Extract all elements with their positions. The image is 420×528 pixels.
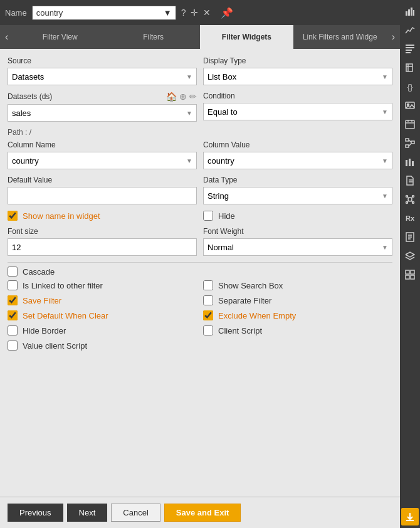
datasets-label: Datasets (ds) <box>8 92 52 101</box>
client-script-checkbox[interactable] <box>203 325 213 335</box>
tab-prev-btn[interactable]: ‹ <box>0 25 13 49</box>
datasets-arrow: ▼ <box>186 110 192 117</box>
default-value-input[interactable] <box>8 187 197 204</box>
svg-rect-0 <box>406 11 407 16</box>
edit-icon[interactable]: ✏ <box>189 92 197 102</box>
sidebar-icon-doc[interactable] <box>401 172 419 189</box>
sidebar-icon-layers[interactable] <box>401 247 419 265</box>
sidebar-icon-0[interactable] <box>401 3 419 20</box>
set-default-checkbox[interactable] <box>8 310 18 320</box>
cascade-row: Cascade <box>8 267 55 277</box>
sidebar-icon-grid[interactable] <box>401 266 419 283</box>
dropdown-arrow: ▼ <box>164 8 172 18</box>
tab-next-btn[interactable]: › <box>387 25 400 49</box>
condition-label: Condition <box>203 92 392 100</box>
show-name-row: Show name in widget <box>8 211 197 221</box>
name-input[interactable]: country ▼ <box>32 6 176 20</box>
is-linked-checkbox[interactable] <box>8 280 18 290</box>
hide-label: Hide <box>218 211 235 221</box>
svg-rect-18 <box>411 141 414 144</box>
separate-filter-label: Separate Filter <box>218 296 271 305</box>
font-size-input[interactable] <box>8 238 197 256</box>
column-name-select[interactable]: country ▼ <box>8 152 197 169</box>
add-icon[interactable]: ⊕ <box>179 92 187 102</box>
tab-link-filters[interactable]: Link Filters and Widge <box>293 25 387 49</box>
data-type-label: Data Type <box>203 176 392 184</box>
help-icon[interactable]: ? <box>181 8 186 18</box>
separate-filter-row: Separate Filter <box>203 295 392 305</box>
sidebar-icon-chart[interactable] <box>401 153 419 171</box>
show-name-checkbox[interactable] <box>8 211 18 221</box>
tab-filter-widgets[interactable]: Filter Widgets <box>200 25 293 49</box>
tab-filters[interactable]: Filters <box>107 25 200 49</box>
sidebar-icon-1[interactable] <box>401 21 419 39</box>
form-area: Source Datasets ▼ Display Type List Box … <box>0 49 400 497</box>
sidebar-icon-curly[interactable]: {} <box>401 78 419 95</box>
svg-rect-13 <box>406 120 414 129</box>
value-client-script-checkbox[interactable] <box>8 341 18 351</box>
svg-rect-23 <box>409 159 411 166</box>
default-value-label: Default Value <box>8 176 197 184</box>
source-label: Source <box>8 56 197 65</box>
home-icon[interactable]: 🏠 <box>166 92 177 102</box>
exclude-empty-label: Exclude When Empty <box>218 311 296 320</box>
sidebar-icon-2[interactable] <box>401 40 419 58</box>
datasets-select[interactable]: sales ▼ <box>8 104 197 122</box>
cancel-button[interactable]: Cancel <box>111 504 160 522</box>
hide-border-checkbox[interactable] <box>8 325 18 335</box>
exclude-empty-checkbox[interactable] <box>203 310 213 320</box>
client-script-label: Client Script <box>218 326 262 335</box>
font-weight-select[interactable]: Normal ▼ <box>203 238 392 256</box>
client-script-row: Client Script <box>203 325 392 335</box>
condition-arrow: ▼ <box>382 108 388 115</box>
value-client-script-row: Value client Script <box>8 341 197 351</box>
display-type-select[interactable]: List Box ▼ <box>203 68 392 85</box>
sidebar-icon-flow[interactable] <box>401 134 419 152</box>
tab-bar: ‹ Filter View Filters Filter Widgets Lin… <box>0 25 400 49</box>
svg-rect-2 <box>411 8 412 16</box>
sidebar-icon-3[interactable] <box>401 59 419 77</box>
condition-select[interactable]: Equal to ▼ <box>203 103 392 120</box>
save-filter-checkbox[interactable] <box>8 295 18 305</box>
font-weight-arrow: ▼ <box>382 244 388 251</box>
move-icon[interactable]: ✛ <box>191 8 198 18</box>
svg-rect-6 <box>406 50 412 51</box>
sidebar-icon-network[interactable] <box>401 191 419 208</box>
column-name-arrow: ▼ <box>186 157 192 164</box>
save-exit-button[interactable]: Save and Exit <box>164 504 241 522</box>
separate-filter-checkbox[interactable] <box>203 295 213 305</box>
data-type-select[interactable]: String ▼ <box>203 187 392 204</box>
show-search-checkbox[interactable] <box>203 280 213 290</box>
sidebar-icon-rx[interactable]: Rx <box>401 209 419 227</box>
show-name-label: Show name in widget <box>23 211 100 221</box>
display-type-label: Display Type <box>203 56 392 65</box>
svg-rect-17 <box>406 139 409 141</box>
tab-filter-view[interactable]: Filter View <box>13 25 107 49</box>
hide-border-row: Hide Border <box>8 325 197 335</box>
svg-rect-1 <box>408 9 410 16</box>
column-value-arrow: ▼ <box>382 157 388 164</box>
close-icon[interactable]: ✕ <box>203 8 211 18</box>
show-search-label: Show Search Box <box>218 281 283 290</box>
svg-rect-40 <box>406 270 409 274</box>
hide-checkbox[interactable] <box>203 211 213 221</box>
sidebar-icon-report[interactable] <box>401 228 419 246</box>
sidebar-icon-download[interactable] <box>401 508 419 525</box>
hide-row: Hide <box>203 211 392 221</box>
pin-icon[interactable]: 📌 <box>221 7 233 19</box>
cascade-label: Cascade <box>23 267 55 277</box>
is-linked-label: Is Linked to other filter <box>23 281 103 290</box>
previous-button[interactable]: Previous <box>8 504 63 522</box>
column-value-select[interactable]: country ▼ <box>203 152 392 169</box>
svg-rect-41 <box>411 270 414 274</box>
sidebar-icon-image[interactable] <box>401 97 419 114</box>
cascade-checkbox[interactable] <box>8 267 18 277</box>
sidebar-icon-calendar[interactable] <box>401 115 419 133</box>
source-arrow: ▼ <box>186 73 192 80</box>
svg-rect-4 <box>406 45 414 46</box>
hide-border-label: Hide Border <box>23 326 66 335</box>
source-select[interactable]: Datasets ▼ <box>8 68 197 85</box>
svg-line-32 <box>407 196 409 198</box>
next-button[interactable]: Next <box>67 504 108 522</box>
save-filter-row: Save Filter <box>8 295 197 305</box>
